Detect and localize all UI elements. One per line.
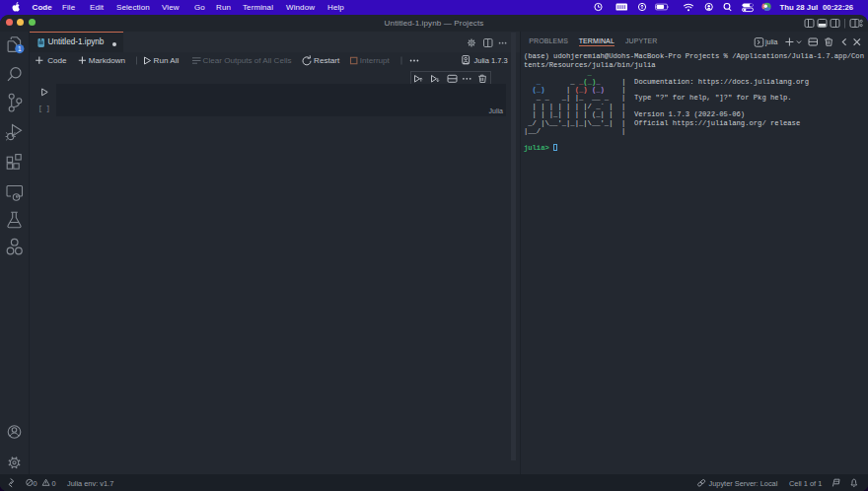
svg-text:1: 1	[18, 45, 22, 52]
